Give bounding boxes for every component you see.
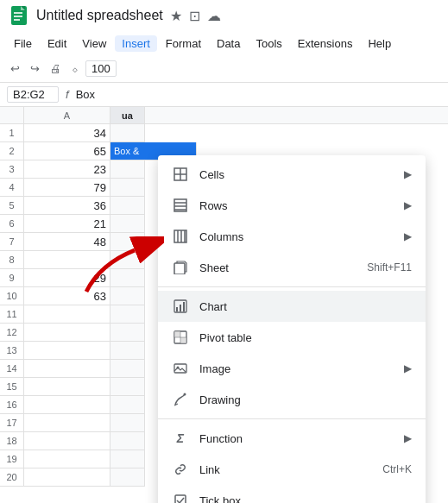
cell-reference[interactable]: B2:G2 bbox=[7, 86, 59, 103]
menu-item-cells[interactable]: Cells ▶ bbox=[158, 159, 426, 190]
cell-b14[interactable] bbox=[110, 360, 145, 378]
row-12: 12 bbox=[0, 324, 23, 342]
cloud-icon[interactable]: ☁ bbox=[207, 8, 221, 24]
sheet-label: Sheet bbox=[199, 261, 360, 274]
cell-b12[interactable] bbox=[110, 324, 145, 342]
menu-item-pivot[interactable]: Pivot table bbox=[158, 322, 426, 353]
cell-a6[interactable]: 21 bbox=[24, 215, 110, 233]
menu-data[interactable]: Data bbox=[210, 35, 247, 52]
function-menu-icon: Σ bbox=[172, 430, 189, 447]
cell-b5[interactable] bbox=[110, 197, 145, 215]
divider-2 bbox=[158, 418, 426, 419]
cell-a11[interactable] bbox=[24, 305, 110, 324]
row-18: 18 bbox=[0, 432, 23, 450]
row-2: 2 bbox=[0, 142, 23, 160]
cell-b15[interactable] bbox=[110, 378, 145, 396]
menu-item-function[interactable]: Σ Function ▶ bbox=[158, 423, 426, 454]
menu-help[interactable]: Help bbox=[361, 35, 398, 52]
col-header-a[interactable]: A bbox=[24, 107, 110, 123]
cells-arrow: ▶ bbox=[404, 168, 412, 180]
zoom-selector[interactable]: 100 bbox=[85, 60, 117, 77]
cell-b17[interactable] bbox=[110, 414, 145, 432]
menu-item-image[interactable]: Image ▶ bbox=[158, 353, 426, 384]
menu-item-link[interactable]: Link Ctrl+K bbox=[158, 454, 426, 485]
cell-b6[interactable] bbox=[110, 215, 145, 233]
cell-b7[interactable] bbox=[110, 233, 145, 251]
cell-b16[interactable] bbox=[110, 396, 145, 414]
menu-insert[interactable]: Insert bbox=[115, 35, 157, 52]
cell-a14[interactable] bbox=[24, 360, 110, 378]
menu-item-columns[interactable]: Columns ▶ bbox=[158, 221, 426, 252]
cell-b20[interactable] bbox=[110, 468, 145, 487]
row-num-corner bbox=[0, 107, 23, 124]
folder-icon[interactable]: ⊡ bbox=[189, 8, 200, 24]
cell-b18[interactable] bbox=[110, 432, 145, 450]
columns-label: Columns bbox=[199, 230, 397, 243]
star-icon[interactable]: ★ bbox=[170, 8, 182, 24]
chart-icon bbox=[172, 298, 189, 315]
row-9: 9 bbox=[0, 269, 23, 287]
undo-button[interactable]: ↩ bbox=[7, 60, 23, 77]
cell-b9[interactable] bbox=[110, 269, 145, 287]
cell-b10[interactable] bbox=[110, 287, 145, 305]
cell-a10[interactable]: 63 bbox=[24, 287, 110, 305]
function-label: Function bbox=[199, 432, 397, 445]
print-button[interactable]: 🖨 bbox=[47, 60, 65, 77]
cell-a19[interactable] bbox=[24, 450, 110, 468]
cell-a1[interactable]: 34 bbox=[24, 124, 110, 142]
cell-a15[interactable] bbox=[24, 378, 110, 396]
menu-item-drawing[interactable]: Drawing bbox=[158, 384, 426, 415]
redo-button[interactable]: ↪ bbox=[27, 60, 43, 77]
cell-a18[interactable] bbox=[24, 432, 110, 450]
cell-b3[interactable] bbox=[110, 160, 145, 179]
cell-b19[interactable] bbox=[110, 450, 145, 468]
cell-a4[interactable]: 79 bbox=[24, 179, 110, 197]
cell-b8[interactable] bbox=[110, 251, 145, 269]
pivot-icon bbox=[172, 329, 189, 346]
cell-a5[interactable]: 36 bbox=[24, 197, 110, 215]
svg-rect-20 bbox=[183, 302, 185, 311]
svg-rect-18 bbox=[176, 307, 178, 311]
row-20: 20 bbox=[0, 468, 23, 487]
cell-a3[interactable]: 23 bbox=[24, 160, 110, 179]
cell-a12[interactable] bbox=[24, 324, 110, 342]
image-arrow: ▶ bbox=[404, 362, 412, 374]
cell-b4[interactable] bbox=[110, 179, 145, 197]
menu-view[interactable]: View bbox=[75, 35, 113, 52]
spreadsheet-title[interactable]: Untitled spreadsheet bbox=[36, 8, 163, 23]
svg-rect-2 bbox=[14, 16, 22, 17]
cell-a2[interactable]: 65 bbox=[24, 142, 110, 160]
cell-a16[interactable] bbox=[24, 396, 110, 414]
menu-item-rows[interactable]: Rows ▶ bbox=[158, 190, 426, 221]
cells-icon bbox=[172, 166, 189, 183]
cell-a7[interactable]: 48 bbox=[24, 233, 110, 251]
menu-format[interactable]: Format bbox=[159, 35, 208, 52]
paint-format-button[interactable]: ⬦ bbox=[68, 60, 82, 77]
menu-extensions[interactable]: Extensions bbox=[291, 35, 360, 52]
row-8: 8 bbox=[0, 251, 23, 269]
row-11: 11 bbox=[0, 305, 23, 324]
menu-file[interactable]: File bbox=[7, 35, 39, 52]
svg-rect-23 bbox=[180, 337, 186, 343]
col-header-extra[interactable]: ua bbox=[110, 107, 145, 123]
cell-a20[interactable] bbox=[24, 468, 110, 487]
menu-item-tickbox[interactable]: Tick box bbox=[158, 485, 426, 503]
menu-item-chart[interactable]: Chart bbox=[158, 291, 426, 322]
cell-a13[interactable] bbox=[24, 342, 110, 360]
cell-b13[interactable] bbox=[110, 342, 145, 360]
cell-b1[interactable] bbox=[110, 124, 145, 142]
menu-tools[interactable]: Tools bbox=[249, 35, 288, 52]
cell-b11[interactable] bbox=[110, 305, 145, 324]
cell-a8[interactable] bbox=[24, 251, 110, 269]
divider-1 bbox=[158, 286, 426, 287]
cell-a9[interactable]: 29 bbox=[24, 269, 110, 287]
cell-a17[interactable] bbox=[24, 414, 110, 432]
row-16: 16 bbox=[0, 396, 23, 414]
menu-item-sheet[interactable]: Sheet Shift+F11 bbox=[158, 252, 426, 283]
row-5: 5 bbox=[0, 197, 23, 215]
menu-bar: File Edit View Insert Format Data Tools … bbox=[0, 31, 448, 55]
menu-edit[interactable]: Edit bbox=[41, 35, 73, 52]
row-15: 15 bbox=[0, 378, 23, 396]
svg-rect-3 bbox=[14, 19, 20, 21]
col-headers: A ua bbox=[24, 107, 448, 124]
